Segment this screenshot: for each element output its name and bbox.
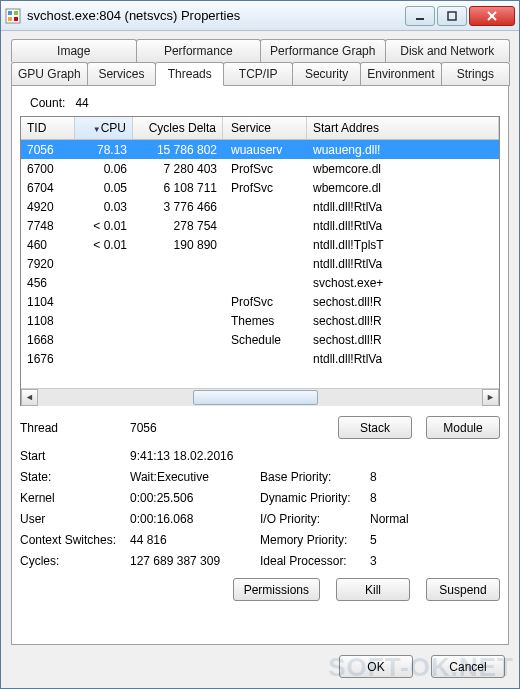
close-button[interactable]	[469, 6, 515, 26]
threads-grid: TID ▼CPU Cycles Delta Service Start Addr…	[20, 116, 500, 406]
user-label: User	[20, 512, 130, 526]
cell-cpu	[75, 301, 133, 303]
table-row[interactable]: 49200.033 776 466ntdll.dll!RtlVa	[21, 197, 499, 216]
ok-button[interactable]: OK	[339, 655, 413, 678]
h-scrollbar[interactable]: ◄ ►	[21, 388, 499, 405]
col-service[interactable]: Service	[223, 117, 307, 139]
tab-security[interactable]: Security	[292, 62, 361, 86]
titlebar[interactable]: svchost.exe:804 (netsvcs) Properties	[1, 1, 519, 31]
thread-id-value: 7056	[130, 421, 230, 435]
col-start-address[interactable]: Start Addres	[307, 117, 499, 139]
cell-service	[223, 206, 307, 208]
user-value: 0:00:16.068	[130, 512, 260, 526]
cell-start-address: wbemcore.dl	[307, 161, 499, 177]
cell-cpu: 0.05	[75, 180, 133, 196]
table-row[interactable]: 1104ProfSvcsechost.dll!R	[21, 292, 499, 311]
cell-cpu	[75, 339, 133, 341]
cell-service: wuauserv	[223, 142, 307, 158]
svg-rect-1	[8, 11, 12, 15]
cell-tid: 456	[21, 275, 75, 291]
cell-cycles: 3 776 466	[133, 199, 223, 215]
minimize-button[interactable]	[405, 6, 435, 26]
cell-tid: 1676	[21, 351, 75, 367]
cell-cycles: 7 280 403	[133, 161, 223, 177]
svg-rect-3	[8, 17, 12, 21]
stack-button[interactable]: Stack	[338, 416, 412, 439]
cell-tid: 7056	[21, 142, 75, 158]
tabstrip: ImagePerformancePerformance GraphDisk an…	[11, 39, 509, 86]
context-switches-label: Context Switches:	[20, 533, 130, 547]
base-priority-value: 8	[370, 470, 440, 484]
col-cycles-delta[interactable]: Cycles Delta	[133, 117, 223, 139]
table-row[interactable]: 7920ntdll.dll!RtlVa	[21, 254, 499, 273]
tab-performance[interactable]: Performance	[136, 39, 262, 62]
cell-start-address: ntdll.dll!RtlVa	[307, 351, 499, 367]
table-row[interactable]: 705678.1315 786 802wuauservwuaueng.dll!	[21, 140, 499, 159]
cell-service: Schedule	[223, 332, 307, 348]
tab-environment[interactable]: Environment	[360, 62, 441, 86]
tab-disk-and-network[interactable]: Disk and Network	[385, 39, 511, 62]
cell-cpu	[75, 320, 133, 322]
cell-cycles: 278 754	[133, 218, 223, 234]
permissions-button[interactable]: Permissions	[233, 578, 320, 601]
cell-service	[223, 225, 307, 227]
table-row[interactable]: 1676ntdll.dll!RtlVa	[21, 349, 499, 368]
cell-tid: 460	[21, 237, 75, 253]
table-row[interactable]: 456svchost.exe+	[21, 273, 499, 292]
tab-strings[interactable]: Strings	[441, 62, 510, 86]
cell-tid: 7748	[21, 218, 75, 234]
scroll-left-icon[interactable]: ◄	[21, 389, 38, 406]
module-button[interactable]: Module	[426, 416, 500, 439]
tab-tcp/ip[interactable]: TCP/IP	[223, 62, 292, 86]
grid-body[interactable]: 705678.1315 786 802wuauservwuaueng.dll!6…	[21, 140, 499, 388]
state-label: State:	[20, 470, 130, 484]
cell-cpu: 78.13	[75, 142, 133, 158]
col-cpu[interactable]: ▼CPU	[75, 117, 133, 139]
memory-priority-value: 5	[370, 533, 440, 547]
tab-gpu-graph[interactable]: GPU Graph	[11, 62, 88, 86]
table-row[interactable]: 460< 0.01190 890ntdll.dll!TplsT	[21, 235, 499, 254]
tab-image[interactable]: Image	[11, 39, 137, 62]
tab-services[interactable]: Services	[87, 62, 156, 86]
cell-tid: 1108	[21, 313, 75, 329]
kill-button[interactable]: Kill	[336, 578, 410, 601]
scroll-right-icon[interactable]: ►	[482, 389, 499, 406]
cell-cycles	[133, 320, 223, 322]
svg-rect-2	[14, 11, 18, 15]
tab-threads[interactable]: Threads	[155, 62, 224, 86]
dialog-buttons: OK Cancel	[11, 655, 509, 678]
col-tid[interactable]: TID	[21, 117, 75, 139]
thread-count: Count: 44	[20, 94, 500, 116]
thread-details: Start 9:41:13 18.02.2016 State: Wait:Exe…	[20, 449, 500, 568]
dynamic-priority-label: Dynamic Priority:	[260, 491, 370, 505]
cycles-label: Cycles:	[20, 554, 130, 568]
cell-cpu: < 0.01	[75, 237, 133, 253]
cell-cycles	[133, 358, 223, 360]
table-row[interactable]: 1668Schedulesechost.dll!R	[21, 330, 499, 349]
io-priority-value: Normal	[370, 512, 440, 526]
suspend-button[interactable]: Suspend	[426, 578, 500, 601]
cell-tid: 7920	[21, 256, 75, 272]
scroll-thumb[interactable]	[193, 390, 317, 405]
maximize-button[interactable]	[437, 6, 467, 26]
cell-cycles: 15 786 802	[133, 142, 223, 158]
tab-performance-graph[interactable]: Performance Graph	[260, 39, 386, 62]
table-row[interactable]: 67040.056 108 711ProfSvcwbemcore.dl	[21, 178, 499, 197]
cell-service	[223, 282, 307, 284]
cell-tid: 1668	[21, 332, 75, 348]
table-row[interactable]: 67000.067 280 403ProfSvcwbemcore.dl	[21, 159, 499, 178]
dynamic-priority-value: 8	[370, 491, 440, 505]
cell-start-address: sechost.dll!R	[307, 332, 499, 348]
cell-cpu: 0.03	[75, 199, 133, 215]
cell-tid: 4920	[21, 199, 75, 215]
table-row[interactable]: 7748< 0.01278 754ntdll.dll!RtlVa	[21, 216, 499, 235]
cell-cycles	[133, 282, 223, 284]
ideal-processor-label: Ideal Processor:	[260, 554, 370, 568]
cell-cycles: 6 108 711	[133, 180, 223, 196]
cell-start-address: ntdll.dll!RtlVa	[307, 218, 499, 234]
scroll-track[interactable]	[38, 389, 482, 406]
table-row[interactable]: 1108Themessechost.dll!R	[21, 311, 499, 330]
cancel-button[interactable]: Cancel	[431, 655, 505, 678]
cell-cpu	[75, 358, 133, 360]
window-controls	[403, 6, 515, 26]
